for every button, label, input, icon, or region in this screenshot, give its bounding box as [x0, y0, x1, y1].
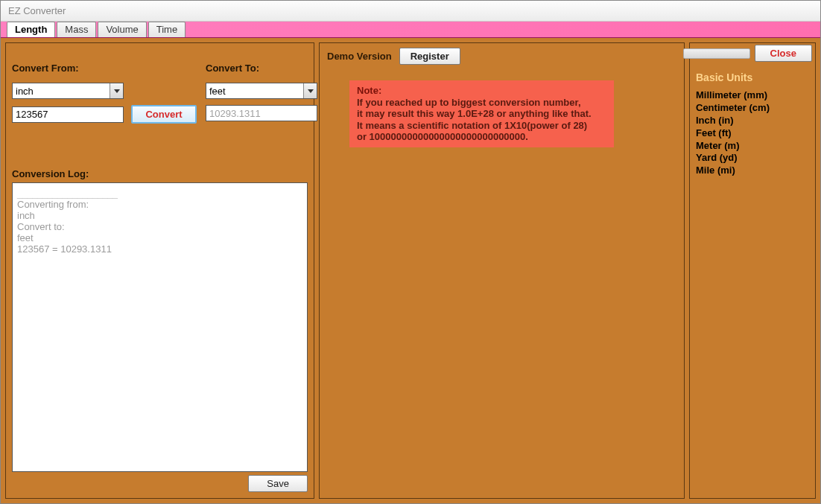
convert-button[interactable]: Convert [131, 105, 197, 124]
tab-mass[interactable]: Mass [57, 22, 96, 37]
unit-list: Millimeter (mm) Centimeter (cm) Inch (in… [696, 89, 809, 177]
note-title: Note: [357, 85, 606, 97]
unit-item: Mile (mi) [696, 165, 809, 177]
unit-item: Centimeter (cm) [696, 102, 809, 115]
main-content: Convert From: inch Convert Convert To: [1, 38, 820, 503]
log-line: Converting from: [17, 199, 302, 210]
sidebar-panel: Close Basic Units Millimeter (mm) Centim… [689, 42, 816, 499]
note-line: If you reached up to biggest conversion … [357, 97, 606, 109]
unit-item: Yard (yd) [696, 152, 809, 165]
to-column: Convert To: feet [206, 63, 317, 124]
note-box: Note: If you reached up to biggest conve… [349, 80, 614, 147]
conversion-log[interactable]: ____________________ Converting from: in… [12, 182, 308, 472]
save-row: Save [12, 475, 308, 492]
window-title: EZ Converter [8, 5, 66, 16]
register-button[interactable]: Register [399, 48, 460, 65]
close-button[interactable]: Close [755, 45, 812, 62]
unit-item: Inch (in) [696, 115, 809, 127]
progress-bar [683, 48, 750, 59]
center-header: Demo Version Register [327, 45, 676, 67]
log-line: 123567 = 10293.1311 [17, 243, 302, 255]
note-line: or 10000000000000000000000000000. [357, 131, 606, 143]
from-label: Convert From: [12, 63, 197, 74]
unit-item: Meter (m) [696, 140, 809, 153]
to-label: Convert To: [206, 63, 317, 74]
from-select-value: inch [13, 86, 110, 97]
to-select[interactable]: feet [206, 83, 317, 99]
from-value-input[interactable] [12, 106, 124, 123]
log-line: Convert to: [17, 221, 302, 232]
from-column: Convert From: inch Convert [12, 63, 197, 124]
to-select-value: feet [206, 86, 303, 97]
form-section: Convert From: inch Convert Convert To: [12, 63, 308, 124]
log-label: Conversion Log: [12, 168, 308, 179]
app-window: EZ Converter Length Mass Volume Time Con… [0, 0, 821, 504]
input-row: Convert [12, 105, 197, 124]
tab-volume[interactable]: Volume [98, 22, 146, 37]
log-divider: ____________________ [17, 188, 302, 199]
info-panel: Demo Version Register Note: If you reach… [319, 42, 685, 499]
titlebar: EZ Converter [1, 1, 820, 22]
tab-length[interactable]: Length [7, 22, 55, 37]
basic-units-title: Basic Units [696, 71, 809, 83]
note-line: it may result this way 1.0E+28 or anythi… [357, 108, 606, 120]
tab-time[interactable]: Time [148, 22, 186, 37]
from-select[interactable]: inch [12, 83, 124, 99]
tab-bar: Length Mass Volume Time [1, 22, 820, 38]
unit-item: Millimeter (mm) [696, 89, 809, 102]
log-line: inch [17, 210, 302, 221]
top-right-bar: Close [683, 45, 812, 62]
conversion-panel: Convert From: inch Convert Convert To: [5, 42, 314, 499]
chevron-down-icon [303, 83, 317, 98]
log-line: feet [17, 232, 302, 243]
note-line: It means a scientific notation of 1X10(p… [357, 120, 606, 132]
chevron-down-icon [110, 83, 123, 98]
to-value-output [206, 105, 317, 121]
unit-item: Feet (ft) [696, 127, 809, 140]
demo-label: Demo Version [327, 51, 392, 62]
save-button[interactable]: Save [248, 475, 308, 492]
